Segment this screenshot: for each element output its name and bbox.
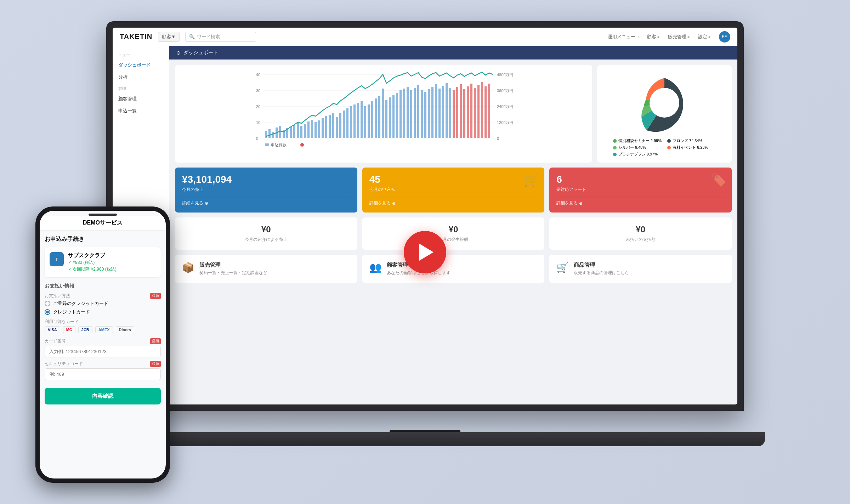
alerts-stat-card: 🏷️ 6 要対応アラート 詳細を見る ⊕ xyxy=(549,168,732,213)
scene: TAKETIN 顧客▼ 🔍 ワード検索 運用メニュー→ 顧客＞ 販売管理＞ 設定… xyxy=(0,0,850,504)
svg-rect-50 xyxy=(389,97,391,138)
settings-link[interactable]: 設定＞ xyxy=(698,34,712,40)
svg-rect-23 xyxy=(293,125,295,138)
plan-name: サブスククラブ xyxy=(68,252,117,259)
svg-text:3600万円: 3600万円 xyxy=(497,89,513,93)
svg-rect-29 xyxy=(314,122,317,138)
page-title: ダッシュボード xyxy=(183,50,218,56)
radio-group-payment: ご登録のクレジットカード クレジットカード xyxy=(45,300,161,315)
svg-rect-28 xyxy=(311,120,313,138)
sec-amount-3: ¥0 xyxy=(556,225,725,234)
svg-rect-41 xyxy=(357,103,359,138)
alerts-label: 要対応アラート xyxy=(556,187,725,193)
operations-link[interactable]: 運用メニュー→ xyxy=(608,34,640,40)
radio-item-credit[interactable]: クレジットカード xyxy=(45,309,161,315)
sec-amount-1: ¥0 xyxy=(182,225,350,234)
svg-rect-65 xyxy=(442,86,444,138)
svg-rect-72 xyxy=(467,86,469,138)
customers-link[interactable]: 顧客＞ xyxy=(647,34,661,40)
svg-rect-69 xyxy=(456,87,458,138)
tag-icon: 🏷️ xyxy=(711,172,727,187)
svg-rect-48 xyxy=(382,89,384,138)
play-overlay[interactable] xyxy=(404,231,446,273)
donut-card: 個別相談セミナー 2.99% ブロンズ 74.34% xyxy=(597,65,732,163)
cart-icon: 🛒 xyxy=(523,172,539,187)
security-code-input[interactable] xyxy=(45,368,161,380)
svg-rect-24 xyxy=(297,123,299,138)
dashboard-grid: 40 30 20 10 0 4800万円 3600万円 2400万円 xyxy=(169,60,737,289)
quick-card-products[interactable]: 🛒 商品管理 販売する商品の管理はこちら xyxy=(549,255,732,283)
alerts-link[interactable]: 詳細を見る ⊕ xyxy=(556,197,725,206)
sidebar-item-customers[interactable]: 顧客管理 xyxy=(113,93,169,105)
radio-item-registered[interactable]: ご登録のクレジットカード xyxy=(45,300,161,307)
plan-price1: ✓ ¥980 (税込) xyxy=(68,260,117,266)
radio-label-credit: クレジットカード xyxy=(53,309,90,315)
svg-rect-46 xyxy=(375,98,377,138)
app-body: ニュー ダッシュボード 分析 管理 顧客管理 申込一覧 ⊙ ダッシュボード xyxy=(113,46,737,404)
orders-link-icon: ⊕ xyxy=(392,201,396,206)
sidebar-item-dashboard[interactable]: ダッシュボード xyxy=(113,59,169,71)
svg-rect-17 xyxy=(272,132,274,138)
svg-rect-67 xyxy=(449,88,451,138)
sidebar-item-applications[interactable]: 申込一覧 xyxy=(113,105,169,117)
sales-link[interactable]: 詳細を見る ⊕ xyxy=(182,197,350,206)
svg-rect-22 xyxy=(290,127,292,138)
svg-rect-71 xyxy=(463,89,465,138)
amex-logo: AMEX xyxy=(95,326,113,333)
quick-card-customers[interactable]: 👥 顧客管理 あなたの顧客はここから探します xyxy=(362,255,545,283)
sales-link-text: 詳細を見る xyxy=(182,200,203,206)
customer-nav-btn[interactable]: 顧客▼ xyxy=(158,32,180,42)
svg-rect-60 xyxy=(424,92,426,138)
legend-item-2: シルバー 6.48% xyxy=(613,145,662,150)
legend-item-1: 個別相談セミナー 2.99% xyxy=(613,138,662,143)
legend-dot-1 xyxy=(613,139,617,143)
card-number-label: カード番号 xyxy=(45,338,66,344)
card-number-field: カード番号 必須 xyxy=(45,338,161,357)
svg-rect-42 xyxy=(361,101,363,138)
svg-rect-27 xyxy=(307,121,310,138)
plan-logo: T xyxy=(50,252,64,266)
sec-label-2: 今月の発生報酬 xyxy=(369,237,538,243)
svg-rect-79 xyxy=(265,143,269,146)
donut-chart xyxy=(625,71,703,135)
required-badge-security: 必須 xyxy=(150,361,161,367)
svg-rect-75 xyxy=(477,85,480,138)
visa-logo: VISA xyxy=(45,326,60,333)
legend-dot-5 xyxy=(667,146,671,149)
svg-rect-49 xyxy=(385,100,387,138)
phone-section-title: お申込み手続き xyxy=(45,236,161,243)
svg-text:40: 40 xyxy=(256,73,260,77)
sales-label: 今月の売上 xyxy=(182,187,350,193)
alerts-amount: 6 xyxy=(556,174,725,185)
diners-logo: Diners xyxy=(116,326,134,333)
radio-label-registered: ご登録のクレジットカード xyxy=(53,300,108,307)
svg-rect-51 xyxy=(392,95,395,138)
main-content: ⊙ ダッシュボード 40 30 xyxy=(169,46,737,404)
legend-label-2: シルバー 6.48% xyxy=(618,145,646,150)
card-number-input[interactable] xyxy=(45,346,161,357)
quick-desc-sales: 契約一覧・売上一覧・定期課金など xyxy=(199,270,267,276)
sidebar-section-2: 管理 xyxy=(113,83,169,93)
orders-link[interactable]: 詳細を見る ⊕ xyxy=(369,197,538,206)
quick-title-sales: 販売管理 xyxy=(199,262,267,268)
svg-text:30: 30 xyxy=(256,89,260,93)
svg-rect-68 xyxy=(453,90,455,138)
play-button[interactable] xyxy=(404,231,446,273)
play-triangle-icon xyxy=(419,244,434,261)
app-logo: TAKETIN xyxy=(120,33,152,41)
sidebar-item-analysis[interactable]: 分析 xyxy=(113,71,169,83)
phone-body: お申込み手続き T サブスククラブ ✓ ¥980 (税込) ✓ 次回以降 ¥2,… xyxy=(40,231,166,478)
app-header: TAKETIN 顧客▼ 🔍 ワード検索 運用メニュー→ 顧客＞ 販売管理＞ 設定… xyxy=(113,28,737,46)
legend-label-3: プラチナプラン 9.97% xyxy=(618,152,658,157)
svg-rect-15 xyxy=(265,131,267,138)
confirm-button[interactable]: 内容確認 xyxy=(45,388,161,404)
security-code-label: セキュリティコード xyxy=(45,361,83,367)
sales-link[interactable]: 販売管理＞ xyxy=(668,34,691,40)
legend-label-1: 個別相談セミナー 2.99% xyxy=(618,138,662,143)
search-bar[interactable]: 🔍 ワード検索 xyxy=(185,32,256,42)
svg-rect-62 xyxy=(431,87,434,138)
security-code-label-wrap: セキュリティコード 必須 xyxy=(45,361,161,367)
svg-rect-66 xyxy=(446,83,448,138)
laptop-base xyxy=(85,432,765,446)
quick-card-sales[interactable]: 📦 販売管理 契約一覧・売上一覧・定期課金など xyxy=(175,255,357,283)
